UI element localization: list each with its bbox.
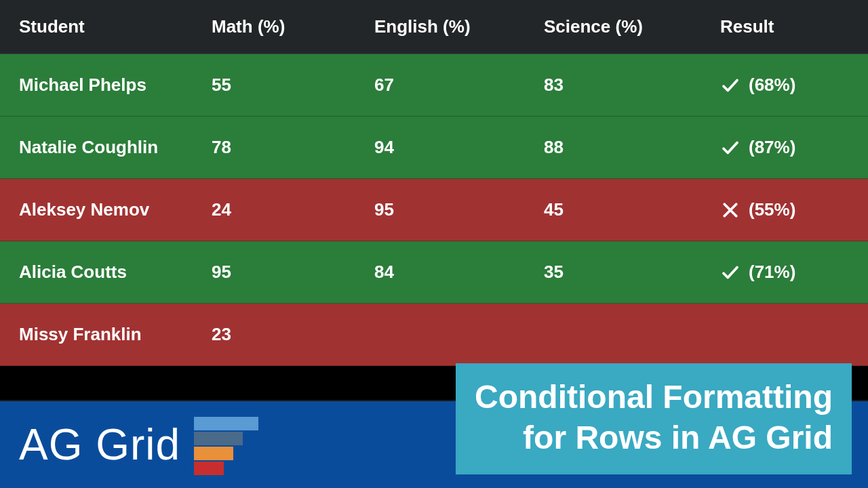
cell-math: 55 [212, 75, 374, 96]
grid-header-row: Student Math (%) English (%) Science (%)… [0, 0, 868, 54]
table-row[interactable]: Alicia Coutts958435(71%) [0, 241, 868, 304]
cell-student: Natalie Coughlin [19, 137, 212, 158]
check-icon [720, 75, 741, 96]
column-header-science[interactable]: Science (%) [544, 16, 720, 37]
cell-result: (68%) [720, 75, 849, 96]
cell-student: Missy Franklin [19, 324, 212, 345]
cell-english: 95 [374, 199, 544, 220]
title-line-2: for Rows in AG Grid [475, 418, 833, 458]
cell-student: Aleksey Nemov [19, 199, 212, 220]
logo-mark-icon [194, 414, 269, 475]
data-grid: Student Math (%) English (%) Science (%)… [0, 0, 868, 366]
logo-text: AG Grid [19, 420, 180, 470]
cell-science: 35 [544, 262, 720, 283]
title-card: Conditional Formatting for Rows in AG Gr… [456, 363, 852, 474]
cell-student: Alicia Coutts [19, 262, 212, 283]
cross-icon [720, 200, 741, 220]
check-icon [720, 262, 741, 283]
table-row[interactable]: Michael Phelps556783(68%) [0, 54, 868, 117]
result-percent: (71%) [749, 262, 795, 283]
table-row[interactable]: Natalie Coughlin789488(87%) [0, 117, 868, 179]
ag-grid-logo: AG Grid [19, 414, 269, 475]
cell-result: (55%) [720, 199, 849, 220]
result-percent: (55%) [749, 199, 795, 220]
cell-math: 78 [212, 137, 374, 158]
result-percent: (87%) [749, 137, 795, 158]
cell-english: 84 [374, 262, 544, 283]
column-header-student[interactable]: Student [19, 16, 212, 37]
column-header-result[interactable]: Result [720, 16, 849, 37]
result-percent: (68%) [749, 75, 795, 96]
cell-science: 88 [544, 137, 720, 158]
cell-result: (71%) [720, 262, 849, 283]
column-header-math[interactable]: Math (%) [212, 16, 374, 37]
title-line-1: Conditional Formatting [475, 377, 833, 418]
cell-math: 23 [212, 324, 374, 345]
cell-science: 83 [544, 75, 720, 96]
cell-student: Michael Phelps [19, 75, 212, 96]
column-header-english[interactable]: English (%) [374, 16, 544, 37]
cell-result: (87%) [720, 137, 849, 158]
cell-math: 95 [212, 262, 374, 283]
table-row[interactable]: Aleksey Nemov249545(55%) [0, 179, 868, 241]
cell-math: 24 [212, 199, 374, 220]
cell-english: 94 [374, 137, 544, 158]
cell-science: 45 [544, 199, 720, 220]
check-icon [720, 138, 741, 158]
cell-english: 67 [374, 75, 544, 96]
table-row[interactable]: Missy Franklin23 [0, 304, 868, 366]
